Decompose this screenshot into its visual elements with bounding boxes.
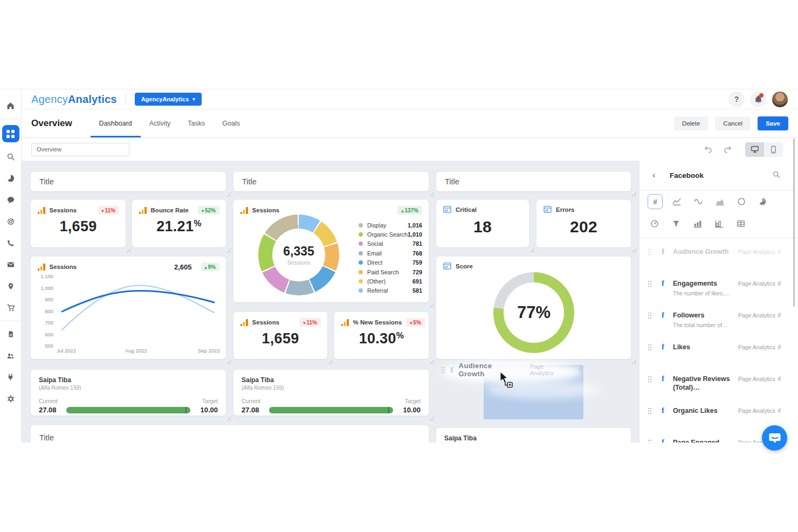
redo-icon[interactable] (721, 143, 733, 155)
panel-item-likes[interactable]: f Likes Page Analytics # (639, 337, 798, 369)
bar-chart-filled-icon[interactable] (693, 219, 703, 229)
email-icon[interactable] (4, 258, 17, 271)
chart-total: 2,605 (174, 263, 192, 271)
area-chart-icon[interactable] (715, 197, 725, 206)
widget-label: Errors (556, 206, 575, 213)
number-widget-icon: # (778, 407, 781, 414)
search-icon[interactable] (4, 150, 17, 163)
drag-handle-icon[interactable] (648, 248, 652, 255)
page-header: Overview Dashboard Activity Tasks Goals … (22, 109, 798, 138)
title-text: Title (39, 177, 54, 186)
target-value: 10.00 (197, 406, 218, 414)
phone-icon[interactable] (4, 237, 17, 250)
traffic-donut-chart: 6,335Sessions (258, 215, 339, 295)
chat-icon[interactable] (4, 194, 17, 206)
widget-label: Sessions (252, 319, 280, 326)
metric-category: Page Analytics (738, 376, 775, 382)
undo-icon[interactable] (702, 143, 714, 155)
facebook-icon: f (451, 365, 453, 375)
x-axis-tick: Sep 2022 (198, 348, 220, 354)
integrations-plug-icon[interactable] (4, 371, 17, 384)
number-widget-icon[interactable]: # (648, 194, 663, 209)
pie-chart-icon[interactable] (758, 197, 767, 206)
line-chart-icon[interactable] (672, 197, 682, 206)
score-widget[interactable]: Score 77% (436, 257, 631, 359)
funnel-icon[interactable] (671, 219, 681, 229)
report-document-icon[interactable] (4, 328, 17, 341)
cart-icon[interactable] (4, 301, 17, 314)
widget-label: % New Sessions (353, 319, 402, 326)
bounce-rate-widget[interactable]: Bounce Rate ▾52% 21.21% (132, 200, 226, 247)
table-icon[interactable] (736, 219, 746, 229)
settings-gear-icon[interactable] (4, 392, 17, 405)
spline-chart-icon[interactable] (693, 197, 703, 206)
gauge-icon[interactable] (650, 219, 659, 229)
panel-scrollbar-thumb[interactable] (793, 139, 795, 307)
clients-users-icon[interactable] (4, 349, 17, 362)
score-value: 77% (517, 303, 551, 322)
arrow-down-icon: ▾ (202, 209, 204, 213)
notifications-button[interactable] (750, 91, 766, 107)
account-switcher-button[interactable]: AgencyAnalytics ▾ (135, 93, 202, 106)
drag-handle-icon[interactable] (648, 312, 652, 319)
critical-widget[interactable]: Critical 18 (436, 200, 529, 247)
metric-name: Negative Reviews (Total)… (673, 375, 733, 392)
help-button[interactable]: ? (728, 91, 745, 107)
panel-item-followers[interactable]: f Followers The total number of… Page An… (639, 305, 798, 337)
sessions-stat-widget[interactable]: Sessions ▾11% 1,659 (31, 200, 126, 247)
mobile-view-icon[interactable] (764, 142, 783, 157)
title-widget-2[interactable]: Title (233, 172, 429, 191)
number-widget-icon: # (579, 366, 582, 374)
y-axis-tick: 700 (35, 320, 53, 326)
delete-button[interactable]: Delete (674, 116, 708, 130)
panel-item-audience-growth[interactable]: f Audience Growth Page Analytics # (639, 241, 798, 273)
goal-widget-2[interactable]: Saipa Tiba (Alfa Romeo 159) CurrentTarge… (233, 370, 429, 416)
traffic-donut-widget[interactable]: Sessions ▴137% 6,335Sessions Display1,01… (233, 200, 429, 302)
metric-name: Audience Growth (673, 247, 733, 256)
new-sessions-widget[interactable]: % New Sessions ▾5% 10.30% (334, 312, 429, 359)
analytics-bars-icon (341, 319, 349, 326)
goal-widget-1[interactable]: Saipa Tiba (Alfa Romeo 159) CurrentTarge… (31, 370, 226, 416)
cancel-button[interactable]: Cancel (715, 116, 751, 130)
drag-handle-icon[interactable] (648, 407, 652, 414)
dashboards-grid-icon[interactable] (2, 125, 19, 142)
drag-handle-icon[interactable] (648, 376, 652, 383)
user-avatar[interactable] (772, 91, 788, 108)
sessions-stat-widget-2[interactable]: Sessions ▾11% 1,659 (233, 312, 327, 359)
search-icon[interactable] (772, 170, 781, 181)
pie-chart-icon[interactable] (4, 172, 17, 185)
drag-handle-icon[interactable] (648, 439, 652, 443)
drag-handle-icon[interactable] (648, 280, 652, 287)
panel-item-engagements[interactable]: f Engagements The number of likes,… Page… (639, 273, 798, 305)
tab-goals[interactable]: Goals (214, 109, 249, 137)
goal-widget-3-partial[interactable]: Saipa Tiba (Alfa Romeo 159) (436, 428, 631, 443)
circle-chart-icon[interactable] (737, 197, 746, 206)
location-pin-icon[interactable] (4, 280, 17, 293)
line-chart-plot (59, 273, 218, 347)
save-button[interactable]: Save (758, 116, 788, 130)
bar-chart-outline-icon[interactable] (714, 219, 724, 229)
goal-name: Saipa Tiba (39, 376, 218, 384)
tab-activity[interactable]: Activity (141, 109, 180, 137)
tab-tasks[interactable]: Tasks (179, 109, 214, 137)
errors-widget[interactable]: Errors 202 (536, 200, 631, 247)
chat-launcher-button[interactable] (762, 425, 787, 451)
dashboard-name-input[interactable] (31, 143, 129, 156)
number-widget-icon: # (778, 375, 781, 383)
stat-value: 1,659 (31, 218, 126, 235)
title-widget-3[interactable]: Title (436, 172, 631, 191)
rank-target-icon[interactable] (4, 215, 17, 228)
number-widget-icon: # (778, 312, 781, 319)
dashboard-toolbar (22, 138, 798, 161)
metric-name: Organic Likes (673, 406, 733, 415)
panel-item-negative-reviews[interactable]: f Negative Reviews (Total)… Page Analyti… (639, 369, 798, 400)
sessions-line-chart-widget[interactable]: Sessions 2,605 ▴9% 1,100 1,000 900 800 7… (31, 257, 226, 359)
desktop-view-icon[interactable] (745, 142, 764, 157)
browser-window-icon (443, 206, 451, 213)
drag-handle-icon[interactable] (648, 344, 652, 351)
title-widget-4[interactable]: Title (31, 425, 429, 443)
back-chevron-icon[interactable]: ‹ (652, 170, 656, 181)
tab-dashboard[interactable]: Dashboard (91, 109, 141, 137)
home-icon[interactable] (4, 99, 17, 112)
title-widget-1[interactable]: Title (31, 172, 226, 191)
